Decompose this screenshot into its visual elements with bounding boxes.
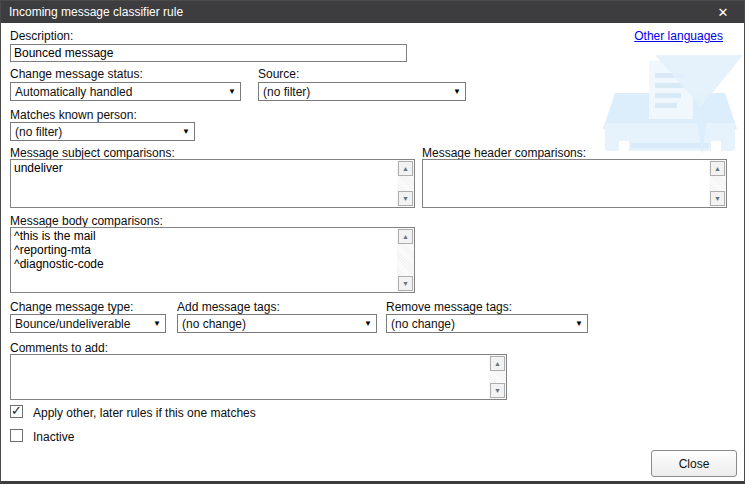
mail-watermark-icon [597,55,743,160]
description-input[interactable] [10,44,407,62]
message-body-comparisons-label: Message body comparisons: [10,214,163,228]
message-header-comparisons-label: Message header comparisons: [422,146,586,160]
dialog-titlebar: Incoming message classifier rule ✕ [1,1,744,23]
chevron-down-icon: ▼ [571,319,587,328]
description-label: Description: [10,29,73,43]
apply-other-rules-label: Apply other, later rules if this one mat… [33,406,256,420]
apply-other-rules-checkbox[interactable]: ✓ [10,405,23,418]
message-body-comparisons-box: ▲ ▼ [10,227,415,293]
chevron-down-icon: ▼ [149,319,165,328]
scroll-up-icon[interactable]: ▲ [398,229,413,244]
matches-known-person-label: Matches known person: [10,108,137,122]
message-subject-comparisons-textarea[interactable] [11,160,397,207]
change-message-type-dropdown[interactable]: Bounce/undeliverable ▼ [10,314,166,333]
chevron-down-icon: ▼ [449,87,465,96]
change-message-status-value: Automatically handled [15,85,224,99]
message-header-comparisons-textarea[interactable] [423,160,709,207]
change-message-type-label: Change message type: [10,300,133,314]
chevron-down-icon: ▼ [178,127,194,136]
vertical-scrollbar[interactable]: ▲ ▼ [489,355,506,399]
message-header-comparisons-box: ▲ ▼ [422,159,727,208]
change-message-type-value: Bounce/undeliverable [15,317,149,331]
change-message-status-dropdown[interactable]: Automatically handled ▼ [10,82,241,101]
scroll-down-icon[interactable]: ▼ [710,191,725,206]
dialog-title: Incoming message classifier rule [9,1,183,23]
remove-message-tags-value: (no change) [391,317,571,331]
message-subject-comparisons-label: Message subject comparisons: [10,146,175,160]
comments-to-add-label: Comments to add: [10,341,108,355]
add-message-tags-value: (no change) [182,317,360,331]
scroll-down-icon[interactable]: ▼ [490,383,505,398]
close-icon[interactable]: ✕ [702,1,744,23]
other-languages-link[interactable]: Other languages [634,29,723,43]
comments-to-add-textarea[interactable] [11,355,489,399]
matches-known-person-dropdown[interactable]: (no filter) ▼ [10,122,195,141]
scroll-down-icon[interactable]: ▼ [398,191,413,206]
comments-to-add-box: ▲ ▼ [10,354,507,400]
scroll-down-icon[interactable]: ▼ [398,276,413,291]
change-message-status-label: Change message status: [10,67,143,81]
vertical-scrollbar[interactable]: ▲ ▼ [397,160,414,207]
source-dropdown[interactable]: (no filter) ▼ [258,82,466,101]
matches-known-person-value: (no filter) [15,125,178,139]
checkmark-icon: ✓ [11,405,22,416]
source-value: (no filter) [263,85,449,99]
incoming-message-classifier-rule-dialog: Incoming message classifier rule ✕ Other… [0,0,745,484]
add-message-tags-dropdown[interactable]: (no change) ▼ [177,314,377,333]
message-subject-comparisons-box: ▲ ▼ [10,159,415,208]
source-label: Source: [258,67,299,81]
chevron-down-icon: ▼ [360,319,376,328]
remove-message-tags-dropdown[interactable]: (no change) ▼ [386,314,588,333]
scroll-up-icon[interactable]: ▲ [710,161,725,176]
scroll-up-icon[interactable]: ▲ [490,356,505,371]
message-body-comparisons-textarea[interactable] [11,228,397,292]
inactive-label: Inactive [33,430,74,444]
remove-message-tags-label: Remove message tags: [386,300,512,314]
close-button[interactable]: Close [651,450,737,477]
vertical-scrollbar[interactable]: ▲ ▼ [709,160,726,207]
close-button-label: Close [679,457,710,471]
add-message-tags-label: Add message tags: [177,300,280,314]
inactive-checkbox[interactable]: ✓ [10,429,23,442]
vertical-scrollbar[interactable]: ▲ ▼ [397,228,414,292]
chevron-down-icon: ▼ [224,87,240,96]
scroll-up-icon[interactable]: ▲ [398,161,413,176]
